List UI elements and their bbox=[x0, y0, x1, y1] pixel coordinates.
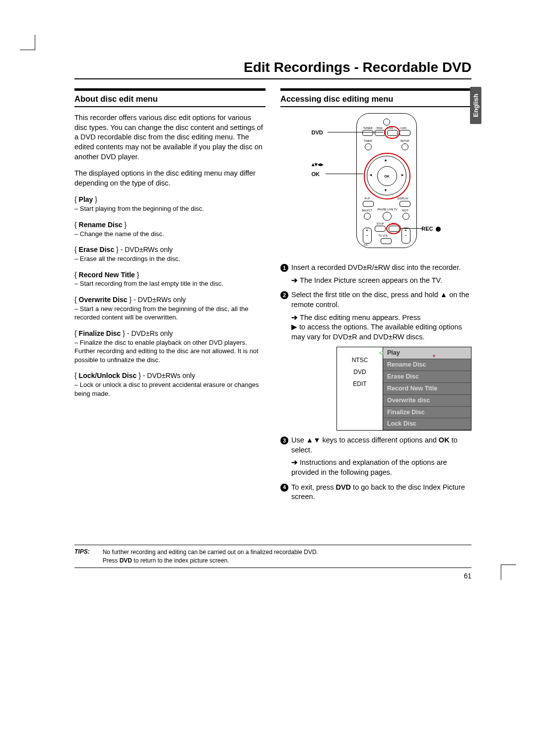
highlight-dvd-button bbox=[384, 126, 400, 139]
step-3-text: Use ▲▼ keys to access different options … bbox=[291, 436, 471, 455]
menu-item-lock: Lock Disc bbox=[383, 418, 471, 430]
step-1-text: Insert a recorded DVD±R/±RW disc into th… bbox=[291, 263, 471, 273]
callout-arrows: ▴▾◂▸ bbox=[312, 161, 324, 168]
step-2-result: The disc editing menu appears. Press ▶ t… bbox=[280, 313, 471, 342]
step-2-badge: 2 bbox=[280, 291, 288, 299]
tips-body: No further recording and editing can be … bbox=[103, 548, 318, 565]
step-4-text: To exit, press DVD to go back to the dis… bbox=[291, 483, 471, 502]
highlight-rec-button bbox=[386, 223, 401, 234]
opt-rename-desc: – Change the name of the disc. bbox=[74, 230, 266, 239]
about-intro-2: The displayed options in the disc editin… bbox=[74, 169, 266, 188]
opt-rename-title: { Rename Disc } bbox=[74, 220, 266, 230]
language-tab: English bbox=[470, 87, 481, 124]
step-2-text: Select the first title on the disc, pres… bbox=[291, 290, 471, 310]
menu-right-panel: ◁ Play ▼ Rename Disc Erase Disc Record N… bbox=[383, 347, 471, 430]
menu-item-play: ◁ Play ▼ bbox=[383, 347, 471, 359]
crop-mark-br bbox=[501, 565, 516, 580]
opt-erase-desc: – Erase all the recordings in the disc. bbox=[74, 254, 266, 263]
callout-dvd: DVD bbox=[312, 129, 323, 136]
menu-item-erase: Erase Disc bbox=[383, 371, 471, 383]
step-3-result: Instructions and explanation of the opti… bbox=[280, 458, 471, 477]
menu-item-finalize: Finalize Disc bbox=[383, 407, 471, 419]
callout-ok: OK bbox=[312, 171, 320, 178]
step-1: 1 Insert a recorded DVD±R/±RW disc into … bbox=[280, 263, 471, 273]
step-2: 2 Select the first title on the disc, pr… bbox=[280, 290, 471, 310]
onscreen-menu-figure: NTSC DVD EDIT ◁ Play ▼ Rename Disc Erase… bbox=[336, 347, 471, 431]
opt-record-desc: – Start recording from the last empty ti… bbox=[74, 279, 266, 288]
about-heading: About disc edit menu bbox=[74, 88, 266, 107]
accessing-heading: Accessing disc editing menu bbox=[280, 88, 471, 107]
right-column: Accessing disc editing menu TUNER HDD DV… bbox=[280, 88, 471, 505]
crop-mark-tl bbox=[20, 35, 35, 50]
opt-play-desc: – Start playing from the beginning of th… bbox=[74, 204, 266, 213]
opt-finalize-desc: – Finalize the disc to enable playback o… bbox=[74, 338, 266, 365]
menu-item-record-new: Record New Title bbox=[383, 383, 471, 395]
step-1-result: The Index Picture screen appears on the … bbox=[280, 276, 471, 286]
opt-lock-title: { Lock/Unlock Disc } - DVD±RWs only bbox=[74, 371, 266, 380]
page-number: 61 bbox=[74, 572, 471, 580]
left-column: About disc edit menu This recorder offer… bbox=[74, 88, 266, 505]
opt-overwrite-title: { Overwrite Disc } - DVD±RWs only bbox=[74, 295, 266, 305]
page-title: Edit Recordings - Recordable DVD bbox=[74, 60, 471, 79]
opt-overwrite-desc: – Start a new recording from the beginni… bbox=[74, 305, 266, 322]
menu-left-panel: NTSC DVD EDIT bbox=[337, 347, 383, 430]
opt-record-title: { Record New Title } bbox=[74, 270, 266, 280]
step-1-badge: 1 bbox=[280, 264, 288, 272]
callout-rec: REC bbox=[421, 225, 440, 233]
step-4: 4 To exit, press DVD to go back to the d… bbox=[280, 483, 471, 502]
opt-erase-title: { Erase Disc } - DVD±RWs only bbox=[74, 245, 266, 254]
highlight-dpad bbox=[364, 153, 410, 199]
step-4-badge: 4 bbox=[280, 484, 288, 492]
opt-finalize-title: { Finalize Disc } - DVD±Rs only bbox=[74, 329, 266, 338]
tips-footer: TIPS: No further recording and editing c… bbox=[74, 545, 471, 568]
opt-play-title: { Play } bbox=[74, 195, 266, 204]
step-3-badge: 3 bbox=[280, 437, 288, 444]
menu-item-rename: Rename Disc bbox=[383, 359, 471, 371]
tips-label: TIPS: bbox=[74, 548, 90, 565]
about-intro-1: This recorder offers various disc edit o… bbox=[74, 113, 266, 162]
opt-lock-desc: – Lock or unlock a disc to prevent accid… bbox=[74, 380, 266, 398]
remote-diagram: TUNER HDD DVD CAM TIMER SETUP P+P DISPLA… bbox=[312, 113, 441, 257]
step-3: 3 Use ▲▼ keys to access different option… bbox=[280, 436, 471, 455]
menu-item-overwrite: Overwrite disc bbox=[383, 395, 471, 407]
